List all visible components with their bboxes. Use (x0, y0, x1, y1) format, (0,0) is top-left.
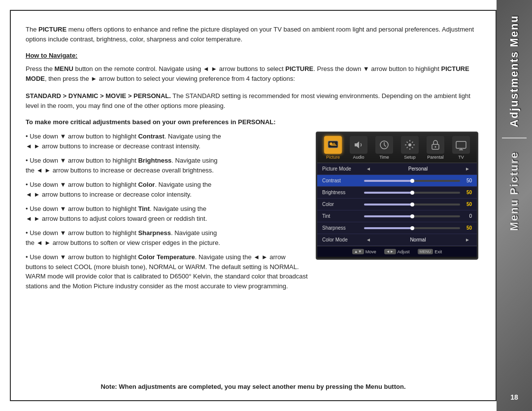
tv-label-tint: Tint (322, 213, 364, 219)
tv-row-color-mode: Color Mode ◄ Normal ► (317, 234, 477, 246)
tv-nav-adjust: ◄► Adjust (384, 249, 410, 254)
tv-icon-tv-label: TV (458, 155, 464, 160)
main-content: The PICTURE menu offers options to enhan… (10, 10, 497, 401)
tv-icon-parental: Parental (424, 136, 447, 160)
tv-track-brightness (364, 192, 460, 194)
tv-value-picture-mode: Personal (373, 166, 463, 171)
tv-fill-tint (364, 215, 412, 217)
sidebar-adjustments-label: Adjustments (509, 51, 520, 127)
tv-icon-parental-label: Parental (427, 155, 444, 160)
how-to-navigate-section: How to Navigate: Press the MENU button o… (26, 52, 481, 118)
tv-row-brightness: Brightness 50 (317, 187, 477, 199)
bullet-color: • Use down ▼ arrow button to highlight C… (26, 180, 308, 199)
tv-num-brightness: 50 (460, 190, 472, 195)
tv-num-contrast: 50 (460, 178, 472, 183)
tv-nav-move: ▲▼ Move (352, 249, 376, 254)
tv-arrow-right-cm: ► (465, 237, 470, 242)
columns-area: • Use down ▼ arrow button to highlight C… (26, 132, 481, 375)
sidebar-divider (502, 137, 527, 138)
tv-slider-sharpness (364, 227, 460, 229)
tv-nav-adjust-text: Adjust (398, 249, 410, 254)
tv-icon-parental-img (427, 136, 444, 154)
bottom-note: Note: When adjustments are completed, yo… (26, 383, 481, 390)
tv-icon-bar: Picture Audio (317, 133, 477, 163)
tv-nav-adjust-badge: ◄► (384, 249, 396, 254)
tv-num-color: 50 (460, 202, 472, 207)
tv-icon-picture-img (324, 136, 342, 154)
tv-slider-tint (364, 215, 460, 217)
tv-icon-time-label: Time (379, 155, 389, 160)
tv-nav-move-text: Move (366, 249, 376, 254)
sidebar-menu2-label: Menu (509, 199, 520, 231)
tv-thumb-color (410, 203, 414, 206)
tv-screenshot: Picture Audio (316, 132, 478, 260)
sidebar-picture-label: Picture (509, 151, 520, 195)
svg-point-6 (435, 146, 436, 148)
tv-bottom-bar: ▲▼ Move ◄► Adjust MENU Exit (317, 246, 477, 257)
tv-label-brightness: Brightness (322, 190, 364, 195)
tv-icon-audio-label: Audio (353, 155, 364, 160)
bullet-color-temp: • Use down ▼ arrow button to highlight C… (26, 252, 308, 291)
tv-track-sharpness (364, 227, 460, 229)
sidebar-menu-label: Menu (509, 15, 520, 47)
bullet-tint: • Use down ▼ arrow button to highlight T… (26, 204, 308, 223)
tv-label-color-mode: Color Mode (322, 237, 364, 242)
tv-fill-color (364, 204, 412, 206)
tv-label-contrast: Contrast (322, 178, 364, 183)
tv-icon-picture-label: Picture (326, 155, 340, 160)
tv-label-picture-mode: Picture Mode (322, 166, 364, 171)
tv-row-picture-mode: Picture Mode ◄ Personal ► (317, 163, 477, 175)
tv-icon-time-img (375, 136, 393, 154)
tv-label-sharpness: Sharpness (322, 225, 364, 231)
tv-icon-setup-img (401, 136, 419, 154)
tv-icon-time: Time (372, 136, 396, 160)
tv-thumb-contrast (410, 179, 414, 183)
tv-nav-exit-text: Exit (434, 249, 442, 254)
tv-fill-brightness (364, 192, 412, 194)
tv-fill-contrast (364, 180, 412, 182)
tv-track-tint (364, 215, 460, 217)
tv-nav-exit-badge: MENU (418, 249, 433, 254)
bullet-sharpness: • Use down ▼ arrow button to highlight S… (26, 228, 308, 247)
tv-nav-move-badge: ▲▼ (352, 249, 364, 254)
bullet-contrast: • Use down ▼ arrow button to highlight C… (26, 132, 308, 151)
nav-options: STANDARD > DYNAMIC > MOVIE > PERSONAL. T… (26, 91, 481, 110)
sidebar: Menu Adjustments Picture Menu 18 (497, 0, 532, 411)
tv-row-contrast: Contrast 50 (317, 175, 477, 187)
tv-arrow-left-pm: ◄ (366, 166, 371, 171)
page-number: 18 (510, 393, 518, 401)
right-column: Picture Audio (316, 132, 481, 375)
tv-icon-setup-label: Setup (404, 155, 416, 160)
tv-thumb-sharpness (410, 226, 414, 230)
tv-arrow-left-cm: ◄ (366, 237, 371, 242)
tv-label-color: Color (322, 202, 364, 207)
intro-text: The PICTURE menu offers options to enhan… (26, 25, 481, 44)
tv-slider-color (364, 204, 460, 206)
tv-thumb-brightness (410, 191, 414, 195)
tv-fill-sharpness (364, 227, 412, 229)
left-column: • Use down ▼ arrow button to highlight C… (26, 132, 308, 375)
tv-arrow-right-pm: ► (465, 166, 470, 171)
tv-track-color (364, 204, 460, 206)
tv-icon-audio-img (350, 136, 367, 154)
critical-line: To make more critical adjustments based … (26, 118, 481, 126)
tv-icon-tv: TV (449, 136, 473, 160)
tv-num-tint: 0 (460, 213, 472, 219)
nav-instructions: Press the MENU button on the remote cont… (26, 64, 481, 83)
tv-icon-tv-img (452, 136, 470, 154)
tv-slider-brightness (364, 192, 460, 194)
tv-row-color: Color 50 (317, 199, 477, 210)
tv-value-color-mode: Normal (373, 237, 463, 242)
tv-icon-picture: Picture (321, 136, 345, 160)
sidebar-title: Menu Adjustments Picture Menu (502, 15, 527, 231)
svg-point-4 (408, 143, 411, 146)
tv-slider-contrast (364, 180, 460, 182)
section-heading: How to Navigate: (26, 52, 481, 59)
svg-rect-7 (456, 141, 466, 148)
tv-thumb-tint (410, 214, 414, 218)
tv-row-tint: Tint 0 (317, 210, 477, 222)
tv-menu-body: Picture Mode ◄ Personal ► Contrast (317, 163, 477, 246)
tv-num-sharpness: 50 (460, 225, 472, 231)
tv-icon-setup: Setup (398, 136, 422, 160)
tv-nav-exit: MENU Exit (418, 249, 442, 254)
